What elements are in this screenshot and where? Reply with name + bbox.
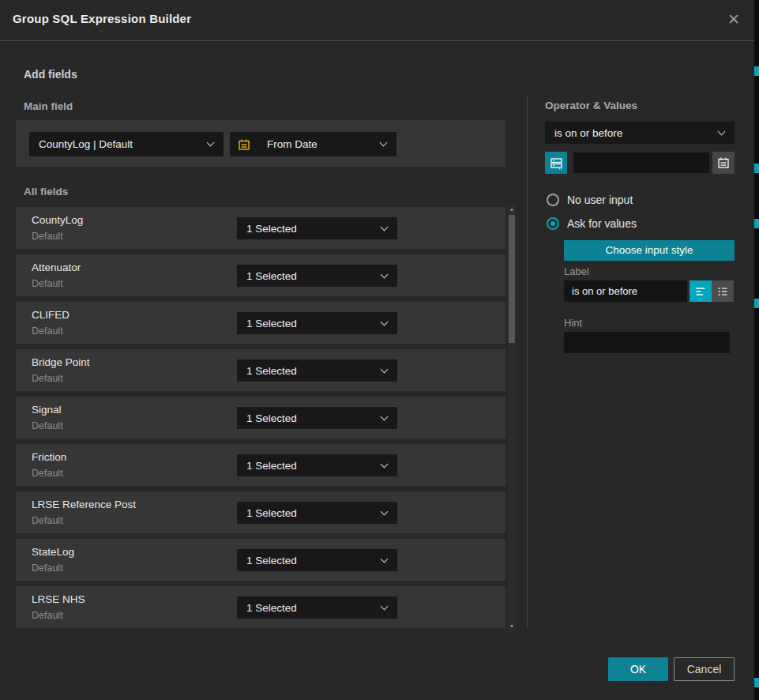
calendar-icon: [717, 156, 730, 169]
main-field-heading: Main field: [24, 100, 73, 112]
field-row: Attenuator Default 1 Selected: [16, 254, 505, 296]
all-fields-list: CountyLog Default 1 Selected Attenuator …: [16, 207, 505, 634]
main-field-date-dropdown[interactable]: From Date: [230, 132, 396, 156]
bullet-list-icon: [716, 285, 729, 298]
operator-values-heading: Operator & Values: [545, 100, 637, 111]
main-field-source-dropdown[interactable]: CountyLog | Default: [29, 132, 224, 156]
chevron-down-icon: [381, 555, 389, 563]
hint-caption: Hint: [564, 317, 582, 329]
radio-unchecked-icon[interactable]: [547, 194, 559, 206]
field-subtitle: Default: [32, 515, 63, 526]
field-name: Bridge Point: [32, 356, 90, 368]
chevron-down-icon: [381, 365, 389, 373]
field-subtitle: Default: [32, 420, 63, 431]
main-field-source-value: CountyLog | Default: [29, 138, 201, 150]
field-selected-dropdown[interactable]: 1 Selected: [237, 597, 397, 619]
field-subtitle: Default: [32, 373, 63, 384]
field-selected-value: 1 Selected: [237, 365, 375, 377]
chevron-down-icon: [381, 460, 389, 468]
chevron-down-icon: [381, 270, 389, 278]
chevron-down-icon: [380, 139, 388, 147]
background-accent-fragment: [754, 164, 759, 173]
field-selected-dropdown[interactable]: 1 Selected: [237, 265, 397, 287]
scroll-up-icon[interactable]: ▲: [508, 205, 516, 213]
chevron-down-icon: [381, 318, 389, 326]
radio-no-user-input-label: No user input: [567, 194, 633, 206]
background-accent-fragment: [754, 66, 759, 76]
field-subtitle: Default: [32, 610, 63, 621]
field-selected-dropdown[interactable]: 1 Selected: [237, 359, 397, 382]
input-style-single-toggle[interactable]: [689, 280, 712, 302]
input-style-list-toggle[interactable]: [712, 280, 734, 302]
field-selected-dropdown[interactable]: 1 Selected: [237, 217, 397, 239]
close-icon[interactable]: ✕: [724, 10, 743, 29]
field-name: LRSE Reference Post: [32, 499, 136, 510]
field-row: Bridge Point Default 1 Selected: [16, 349, 505, 391]
operator-value: is on or before: [545, 127, 712, 139]
field-row: LRSE NHS Default 1 Selected: [16, 586, 505, 628]
chevron-down-icon: [381, 412, 389, 420]
field-selected-value: 1 Selected: [237, 270, 375, 282]
field-row: StateLog Default 1 Selected: [16, 539, 505, 581]
field-subtitle: Default: [32, 231, 63, 242]
field-row: Friction Default 1 Selected: [16, 444, 505, 486]
field-name: Friction: [32, 451, 66, 463]
field-selected-dropdown[interactable]: 1 Selected: [237, 454, 397, 476]
field-row: LRSE Reference Post Default 1 Selected: [16, 491, 505, 533]
hint-input[interactable]: [564, 332, 730, 353]
panel-divider: [527, 96, 528, 628]
add-fields-heading: Add fields: [24, 68, 77, 81]
field-subtitle: Default: [32, 278, 63, 289]
date-value-input[interactable]: [573, 152, 709, 173]
field-subtitle: Default: [32, 468, 63, 479]
label-caption: Label: [564, 265, 589, 277]
main-field-container: CountyLog | Default From Date: [16, 120, 505, 167]
align-left-lines-icon: [694, 285, 707, 298]
main-field-date-value: From Date: [257, 138, 374, 150]
field-selected-value: 1 Selected: [237, 223, 375, 235]
label-input[interactable]: [564, 280, 687, 302]
background-app-edge: [754, 0, 759, 700]
field-selected-dropdown[interactable]: 1 Selected: [237, 549, 397, 571]
calendar-icon: [238, 138, 250, 151]
field-selected-dropdown[interactable]: 1 Selected: [237, 312, 397, 334]
chevron-down-icon: [718, 127, 726, 135]
field-row: CountyLog Default 1 Selected: [16, 207, 505, 249]
field-selected-dropdown[interactable]: 1 Selected: [237, 502, 397, 524]
field-selected-dropdown[interactable]: 1 Selected: [237, 407, 397, 429]
all-fields-heading: All fields: [24, 186, 68, 198]
field-name: CLIFED: [32, 309, 70, 321]
scroll-down-icon[interactable]: ▼: [508, 623, 516, 630]
ok-button[interactable]: OK: [608, 657, 668, 681]
field-subtitle: Default: [32, 326, 63, 337]
field-row: CLIFED Default 1 Selected: [16, 302, 505, 344]
dialog-title: Group SQL Expression Builder: [13, 12, 191, 25]
field-selected-value: 1 Selected: [237, 602, 375, 614]
background-accent-fragment: [754, 678, 759, 687]
date-picker-button[interactable]: [712, 152, 735, 174]
group-sql-expression-builder-dialog: Group SQL Expression Builder ✕ Add field…: [0, 0, 759, 700]
dialog-titlebar: Group SQL Expression Builder ✕: [0, 0, 754, 41]
chevron-down-icon: [207, 139, 215, 147]
field-selected-value: 1 Selected: [237, 318, 375, 329]
chevron-down-icon: [381, 507, 389, 515]
fields-scrollbar[interactable]: ▲ ▼: [508, 204, 516, 632]
field-subtitle: Default: [32, 563, 63, 574]
choose-input-style-button[interactable]: Choose input style: [564, 240, 735, 261]
radio-no-user-input[interactable]: No user input: [547, 194, 633, 206]
stacked-values-icon: [550, 156, 563, 170]
field-name: StateLog: [32, 546, 74, 558]
cancel-button[interactable]: Cancel: [674, 657, 735, 681]
chevron-down-icon: [381, 602, 389, 610]
field-name: CountyLog: [32, 214, 83, 226]
radio-ask-for-values[interactable]: Ask for values: [547, 217, 637, 230]
radio-ask-for-values-label: Ask for values: [567, 217, 637, 230]
value-type-toggle-button[interactable]: [545, 152, 567, 174]
field-selected-value: 1 Selected: [237, 460, 375, 472]
scrollbar-thumb[interactable]: [509, 215, 515, 343]
operator-dropdown[interactable]: is on or before: [545, 122, 735, 144]
field-name: LRSE NHS: [32, 593, 85, 605]
chevron-down-icon: [381, 223, 389, 231]
radio-checked-icon[interactable]: [547, 217, 559, 230]
field-name: Signal: [32, 404, 62, 416]
